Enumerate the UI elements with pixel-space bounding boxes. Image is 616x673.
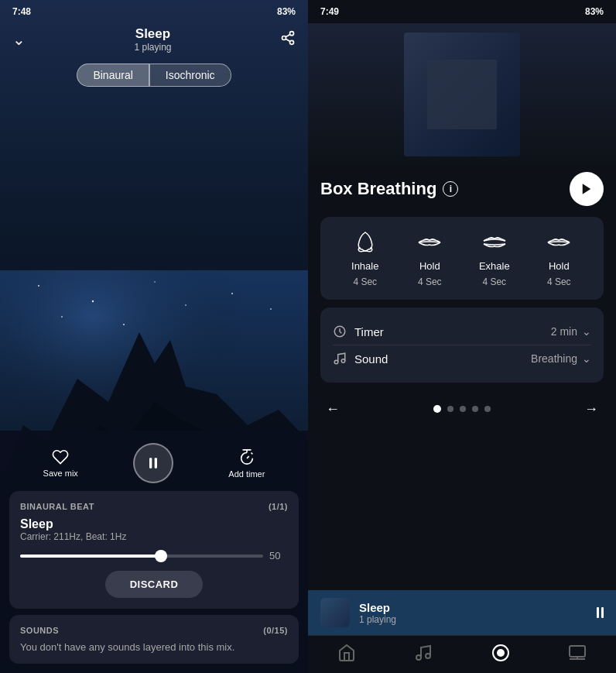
inhale-label: Inhale: [351, 260, 378, 272]
sound-value: Breathing: [531, 352, 577, 365]
nav-breathe[interactable]: [491, 644, 510, 662]
breathing-steps: Inhale 4 Sec H: [333, 229, 591, 287]
pagination-row: ← →: [320, 390, 604, 429]
track-detail: Carrier: 211Hz, Beat: 1Hz: [20, 531, 288, 542]
binaural-toggle[interactable]: Binaural: [77, 64, 149, 87]
sound-label: Sound: [354, 352, 388, 366]
add-timer-control[interactable]: Add timer: [228, 448, 265, 479]
timer-option-right: 2 min ⌄: [551, 325, 591, 338]
back-chevron-icon[interactable]: ⌄: [12, 30, 26, 49]
right-panel: 7:49 83% Box Breathing i: [308, 0, 616, 673]
svg-point-9: [185, 304, 187, 306]
svg-point-7: [61, 316, 63, 318]
bottom-nav: [308, 635, 616, 673]
session-title-area: Box Breathing i: [320, 179, 458, 199]
sounds-count: (0/15): [263, 626, 288, 635]
save-mix-label: Save mix: [43, 469, 78, 478]
exhale-duration: 4 Sec: [482, 276, 506, 287]
lips-closed2-icon: [542, 229, 576, 256]
pagination-dots: [433, 405, 491, 413]
binaural-header: BINAURAL BEAT (1/1): [20, 502, 288, 511]
svg-point-6: [270, 308, 272, 310]
dot-1: [433, 405, 441, 413]
slider-fill: [20, 555, 166, 558]
np-title: Sleep: [359, 601, 597, 614]
music-nav-icon: [414, 644, 433, 662]
session-title: Box Breathing: [320, 179, 436, 199]
next-arrow[interactable]: →: [579, 397, 604, 421]
dot-4: [472, 406, 478, 412]
sounds-section: SOUNDS (0/15) You don't have any sounds …: [9, 615, 299, 664]
timer-row[interactable]: Timer 2 min ⌄: [333, 318, 591, 345]
right-content: Box Breathing i: [308, 169, 616, 590]
right-status-icons: 83%: [585, 6, 604, 17]
np-pause-icon[interactable]: [597, 607, 604, 618]
svg-point-20: [341, 359, 345, 363]
slider-thumb[interactable]: [155, 550, 167, 562]
hold2-label: Hold: [549, 260, 570, 272]
sound-chevron-icon: ⌄: [582, 352, 591, 365]
sound-option-right: Breathing ⌄: [531, 352, 591, 365]
volume-slider-row: 50: [20, 550, 288, 561]
timer-small-icon: [333, 324, 347, 338]
battery-text: 83%: [277, 6, 296, 17]
volume-slider[interactable]: [20, 555, 263, 558]
sound-row[interactable]: Sound Breathing ⌄: [333, 345, 591, 372]
dot-2: [447, 406, 453, 412]
right-battery: 83%: [585, 6, 604, 17]
options-card: Timer 2 min ⌄ Sound Breathing: [320, 307, 604, 383]
binaural-section: BINAURAL BEAT (1/1) Sleep Carrier: 211Hz…: [9, 491, 299, 609]
binaural-count: (1/1): [269, 502, 288, 511]
sound-option-left: Sound: [333, 352, 388, 366]
nav-settings[interactable]: [568, 644, 587, 662]
nav-music[interactable]: [414, 644, 433, 662]
svg-point-2: [38, 285, 39, 287]
pause-icon: [145, 455, 161, 471]
left-panel: 7:48 83% ⌄ Sleep 1 playing Binaural Isoc…: [0, 0, 308, 673]
left-title-text: Sleep: [134, 26, 171, 42]
svg-rect-15: [149, 458, 152, 468]
pause-button[interactable]: [133, 443, 173, 483]
share-icon[interactable]: [280, 30, 296, 50]
sounds-header: SOUNDS (0/15): [20, 626, 288, 635]
dot-3: [460, 406, 466, 412]
home-icon: [337, 644, 356, 662]
breathe-nav-icon: [491, 644, 510, 662]
save-mix-control[interactable]: Save mix: [43, 448, 78, 478]
svg-point-21: [416, 655, 421, 660]
now-playing-bar[interactable]: Sleep 1 playing: [308, 590, 616, 635]
svg-point-4: [154, 281, 156, 283]
nav-home[interactable]: [337, 644, 356, 662]
prev-arrow[interactable]: ←: [320, 397, 345, 421]
svg-line-14: [286, 34, 290, 36]
left-subtitle-text: 1 playing: [134, 42, 171, 53]
hold2-step: Hold 4 Sec: [542, 229, 576, 287]
playback-controls: Save mix Add timer: [0, 431, 308, 491]
discard-button[interactable]: DISCARD: [105, 571, 204, 598]
breathing-card: Inhale 4 Sec H: [320, 217, 604, 300]
heart-icon: [51, 448, 70, 465]
svg-point-11: [282, 36, 286, 39]
settings-nav-icon: [568, 644, 587, 662]
music-small-icon: [333, 352, 347, 366]
timer-value: 2 min: [551, 325, 577, 338]
hold1-duration: 4 Sec: [418, 276, 442, 287]
svg-line-13: [286, 39, 290, 41]
np-thumbnail: [320, 598, 350, 627]
svg-point-22: [426, 654, 430, 658]
right-time: 7:49: [320, 6, 339, 17]
sounds-empty-text: You don't have any sounds layered into t…: [20, 641, 288, 653]
svg-point-23: [497, 649, 505, 657]
hold1-step: Hold 4 Sec: [412, 229, 447, 287]
isochronic-toggle[interactable]: Isochronic: [149, 64, 231, 87]
info-icon[interactable]: i: [443, 181, 458, 197]
svg-point-3: [92, 300, 94, 302]
timer-chevron-icon: ⌄: [582, 325, 591, 338]
exhale-label: Exhale: [479, 260, 510, 272]
exhale-step: Exhale 4 Sec: [477, 229, 512, 287]
svg-point-12: [289, 40, 293, 44]
album-art: [404, 33, 520, 156]
left-status-icons: 83%: [277, 6, 296, 17]
play-button[interactable]: [570, 172, 604, 206]
left-status-bar: 7:48 83%: [0, 0, 308, 23]
